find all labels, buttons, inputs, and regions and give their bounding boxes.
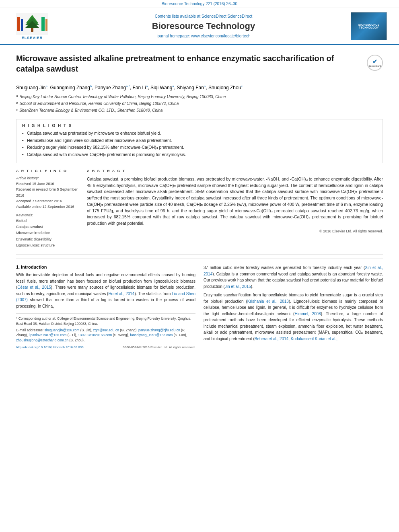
ref-himmel[interactable]: Himmel, 2008 xyxy=(294,312,321,316)
crossmark-badge[interactable]: ✔ CrossMark xyxy=(367,55,383,71)
ref-liu-shen[interactable]: Liu and Shen (2007) xyxy=(16,292,195,302)
article-title: Microwave assisted alkaline pretreatment… xyxy=(16,53,367,74)
ref-krishania[interactable]: Krishania et al., 2013 xyxy=(247,299,289,304)
highlight-item-1: Catalpa sawdust was pretreated by microw… xyxy=(22,130,377,136)
email-zhang-g[interactable]: zgm@ruc.edu.cn xyxy=(93,328,119,332)
corresponding-author-note: * Corresponding author at: College of En… xyxy=(16,316,195,327)
abstract-section: A B S T R A C T Catalpa sawdust, a promi… xyxy=(87,169,383,249)
keyword-4: Enzymatic digestibility xyxy=(16,236,80,242)
keyword-3: Microwave irradiation xyxy=(16,230,80,236)
ref-cesar[interactable]: César et al., 2015 xyxy=(17,285,51,290)
article-dates: Received 15 June 2016 Received in revise… xyxy=(16,181,80,210)
affiliations: a Beijing Key Lab for Source Control Tec… xyxy=(16,94,383,113)
journal-top-bar: Bioresource Technology 221 (2016) 26–30 xyxy=(0,0,399,8)
ref-ho[interactable]: Ho et al., 2014 xyxy=(108,292,134,296)
article-title-section: Microwave assisted alkaline pretreatment… xyxy=(16,53,383,79)
body-col-right-text: 37 million cubic meter forestry wastes a… xyxy=(204,265,383,342)
email-zhang-p[interactable]: panyue.zhang@bjfu.edu.cn xyxy=(138,328,180,332)
body-columns: 1. Introduction With the inevitable depl… xyxy=(16,259,383,349)
keywords-label: Keywords: xyxy=(16,213,80,217)
history-label: Article history: xyxy=(16,176,80,180)
affiliation-b: b School of Environment and Resource, Re… xyxy=(16,101,383,107)
revised-date: Received in revised form 5 September 201… xyxy=(16,187,80,198)
ref-jin[interactable]: Jin et al., 2015 xyxy=(225,284,251,289)
author-shuguang: Shuguang Jina, Guangming Zhangb, Panyue … xyxy=(16,85,243,90)
article-info-abstract: A R T I C L E I N F O Article history: R… xyxy=(16,169,383,249)
body-col-right: 37 million cubic meter forestry wastes a… xyxy=(204,265,383,349)
highlights-heading: H I G H L I G H T S xyxy=(22,123,377,128)
svg-rect-8 xyxy=(41,17,45,31)
doi-bar: http://dx.doi.org/10.1016/j.biortech.201… xyxy=(16,345,195,349)
article-info: A R T I C L E I N F O Article history: R… xyxy=(16,169,80,249)
keyword-1: Biofuel xyxy=(16,218,80,224)
sciencedirect-text: Contents lists available at ScienceDirec… xyxy=(56,14,351,18)
journal-header: 🌿 ELSEVIER Contents lists available at S… xyxy=(0,8,399,45)
body-col-left-text: With the inevitable depletion of fossil … xyxy=(16,272,195,309)
sciencedirect-link-text[interactable]: ScienceDirect xyxy=(227,14,252,18)
main-content: Microwave assisted alkaline pretreatment… xyxy=(0,45,399,357)
email-zhou[interactable]: zhoushuqiong@sztechand.com.cn xyxy=(16,338,68,342)
doi-link[interactable]: http://dx.doi.org/10.1016/j.biortech.201… xyxy=(16,345,84,349)
svg-rect-7 xyxy=(21,19,23,31)
email-fan[interactable]: fanshiyang_1991@163.com xyxy=(130,333,173,337)
affiliation-a: a Beijing Key Lab for Source Control Tec… xyxy=(16,94,383,100)
footnote-section: * Corresponding author at: College of En… xyxy=(16,313,195,349)
abstract-text: Catalpa sawdust, a promising biofuel pro… xyxy=(87,176,383,227)
email-label: E-mail addresses: xyxy=(16,328,44,332)
homepage-url[interactable]: www.elsevier.com/locate/biortech xyxy=(191,34,250,38)
keyword-5: Lignocellulosic structure xyxy=(16,242,80,249)
keyword-2: Catalpa sawdust xyxy=(16,224,80,230)
keywords-list: Biofuel Catalpa sawdust Microwave irradi… xyxy=(16,218,80,249)
journal-homepage: journal homepage: www.elsevier.com/locat… xyxy=(56,34,351,38)
affiliation-c: c ShenZhen Techand Ecology & Environment… xyxy=(16,107,383,113)
elsevier-logo-area: 🌿 ELSEVIER xyxy=(8,13,56,40)
accepted-date: Accepted 7 September 2016 xyxy=(16,198,80,204)
body-col-left: 1. Introduction With the inevitable depl… xyxy=(16,265,195,349)
email-list: E-mail addresses: shuguangjin@126.com (S… xyxy=(16,328,195,343)
email-li[interactable]: lipanlove1987@126.com xyxy=(29,333,67,337)
highlight-item-4: Catalpa sawdust with microwave-Ca(OH)₂ p… xyxy=(22,152,377,158)
received-date: Received 15 June 2016 xyxy=(16,181,80,187)
journal-volume-info: Bioresource Technology 221 (2016) 26–30 xyxy=(162,2,237,6)
svg-rect-9 xyxy=(45,19,47,31)
elsevier-tree-icon: 🌿 xyxy=(16,13,48,35)
email-wang[interactable]: 13020281820163.com xyxy=(78,333,112,337)
section-divider xyxy=(16,254,383,255)
ref-xin[interactable]: Xin et al., 2014 xyxy=(204,265,383,276)
copyright-notice: © 2016 Elsevier Ltd. All rights reserved… xyxy=(87,229,383,233)
highlight-item-2: Hemicellulose and lignin were solubilize… xyxy=(22,138,377,144)
elsevier-label: ELSEVIER xyxy=(22,36,43,40)
svg-rect-6 xyxy=(17,17,20,31)
highlight-item-3: Reducing sugar yield increased by 682.15… xyxy=(22,144,377,150)
abstract-heading: A B S T R A C T xyxy=(87,169,383,173)
journal-header-center: Contents lists available at ScienceDirec… xyxy=(56,14,351,38)
highlights-list: Catalpa sawdust was pretreated by microw… xyxy=(22,130,377,158)
highlights-section: H I G H L I G H T S Catalpa sawdust was … xyxy=(16,119,383,163)
article-info-heading: A R T I C L E I N F O xyxy=(16,169,80,173)
section1-title: 1. Introduction xyxy=(16,265,195,269)
ref-behera[interactable]: Behera et al., 2014; Kudakasseril Kurian… xyxy=(255,337,337,341)
journal-title: Bioresource Technology xyxy=(56,21,351,31)
email-jin[interactable]: shuguangjin@126.com xyxy=(44,328,79,332)
journal-cover-image: BIORESOURCE TECHNOLOGY xyxy=(351,12,387,40)
journal-cover-area: BIORESOURCE TECHNOLOGY xyxy=(351,12,391,40)
issn-text: 0960-8524/© 2016 Elsevier Ltd. All right… xyxy=(123,345,195,349)
elsevier-logo: 🌿 ELSEVIER xyxy=(8,13,56,40)
authors: Shuguang Jina, Guangming Zhangb, Panyue … xyxy=(16,84,383,91)
available-online-date: Available online 12 September 2016 xyxy=(16,204,80,210)
